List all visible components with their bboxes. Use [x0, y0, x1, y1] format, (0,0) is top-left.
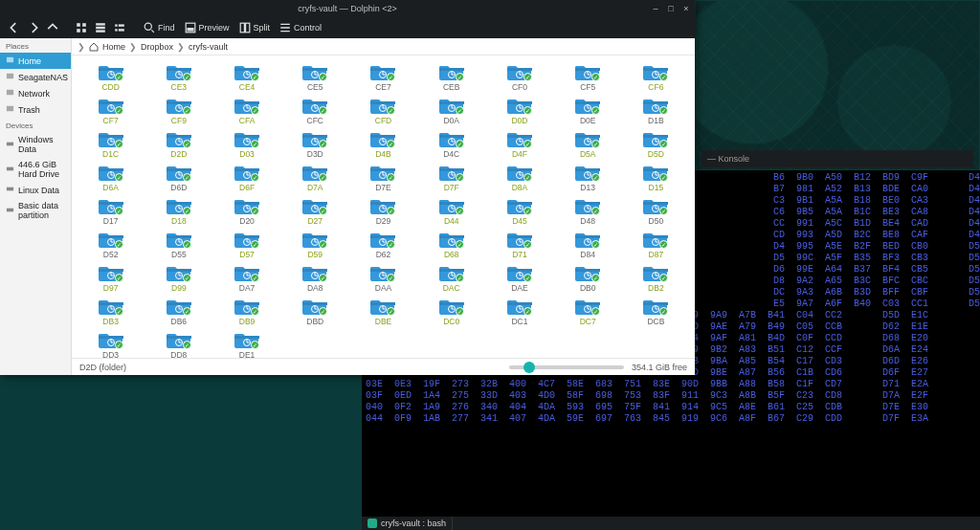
folder-item[interactable]: ✓DE1: [213, 329, 279, 358]
sidebar-place-trash[interactable]: Trash: [0, 101, 71, 118]
folder-item[interactable]: ✓D87: [623, 229, 689, 260]
folder-item[interactable]: ✓D97: [78, 262, 144, 294]
up-button[interactable]: [44, 20, 61, 35]
find-button[interactable]: Find: [140, 20, 179, 35]
folder-item[interactable]: ✓CE3: [145, 61, 212, 93]
folder-item[interactable]: ✓CF6: [623, 61, 689, 93]
folder-item[interactable]: ✓D7A: [282, 162, 348, 193]
folder-item[interactable]: ✓D57: [213, 229, 279, 260]
folder-item[interactable]: ✓D84: [555, 229, 621, 260]
folder-item[interactable]: ✓D8A: [486, 162, 552, 193]
folder-item[interactable]: ✓DA7: [213, 262, 279, 294]
folder-item[interactable]: ✓D6A: [78, 162, 144, 193]
folder-item[interactable]: ✓DA8: [282, 262, 348, 294]
folder-item[interactable]: ✓D20: [213, 195, 279, 227]
sidebar-place-network[interactable]: Network: [0, 85, 71, 101]
folder-item[interactable]: ✓DB0: [555, 262, 621, 294]
folder-item[interactable]: ✓CFA: [213, 95, 279, 126]
preview-button[interactable]: Preview: [181, 20, 234, 35]
folder-item[interactable]: ✓CF9: [145, 95, 212, 126]
titlebar[interactable]: cryfs-vault — Dolphin <2> – □ ×: [0, 0, 695, 17]
icons-view-button[interactable]: [73, 20, 90, 35]
back-button[interactable]: [6, 20, 23, 35]
folder-item[interactable]: ✓D13: [555, 162, 621, 193]
details-view-button[interactable]: [111, 20, 128, 35]
folder-item[interactable]: ✓D45: [486, 195, 552, 227]
split-button[interactable]: Split: [235, 20, 275, 35]
sidebar-device[interactable]: Linux Data: [0, 182, 71, 198]
folder-item[interactable]: ✓CE7: [350, 61, 416, 93]
folder-item[interactable]: ✓DAA: [350, 262, 416, 294]
folder-item[interactable]: ✓DBD: [282, 296, 348, 327]
folder-item[interactable]: ✓CDD: [78, 61, 144, 93]
compact-view-button[interactable]: [92, 20, 109, 35]
folder-item[interactable]: ✓DC0: [418, 296, 484, 327]
folder-item[interactable]: ✓D1C: [78, 128, 144, 160]
folder-item[interactable]: ✓D18: [145, 195, 212, 227]
folder-item[interactable]: ✓D03: [213, 128, 279, 160]
folder-item[interactable]: ✓CFC: [282, 95, 348, 126]
crumb-home[interactable]: Home: [102, 42, 125, 52]
folder-item[interactable]: ✓CEB: [418, 61, 484, 93]
folder-item[interactable]: ✓D4C: [418, 128, 484, 160]
sidebar-place-home[interactable]: Home: [0, 53, 71, 69]
folder-item[interactable]: ✓CF5: [555, 61, 621, 93]
folder-item[interactable]: ✓D1B: [623, 95, 689, 126]
folder-item[interactable]: ✓D44: [418, 195, 484, 227]
close-button[interactable]: ×: [681, 4, 691, 13]
breadcrumb[interactable]: ❯ Home ❯ Dropbox ❯ cryfs-vault: [72, 38, 695, 55]
sidebar-device[interactable]: Windows Data: [0, 132, 71, 157]
folder-item[interactable]: ✓CF7: [78, 95, 144, 126]
folder-item[interactable]: ✓D0A: [418, 95, 484, 126]
folder-item[interactable]: ✓D3D: [282, 128, 348, 160]
folder-item[interactable]: ✓D2D: [145, 128, 212, 160]
folder-item[interactable]: ✓D6F: [213, 162, 279, 193]
folder-item[interactable]: ✓DB3: [78, 296, 144, 327]
folder-item[interactable]: ✓D5D: [623, 128, 689, 160]
folder-item[interactable]: ✓DBE: [350, 296, 416, 327]
folder-item[interactable]: ✓D55: [145, 229, 212, 260]
folder-item[interactable]: ✓DC7: [555, 296, 621, 327]
folder-item[interactable]: ✓DD8: [145, 329, 212, 358]
sidebar-device[interactable]: 446.6 GiB Hard Drive: [0, 157, 71, 182]
folder-item[interactable]: ✓CFD: [350, 95, 416, 126]
folder-item[interactable]: ✓D99: [145, 262, 212, 294]
folder-item[interactable]: ✓D7F: [418, 162, 484, 193]
minimize-button[interactable]: –: [651, 4, 660, 13]
crumb-current[interactable]: cryfs-vault: [189, 42, 228, 52]
folder-item[interactable]: ✓DB6: [145, 296, 212, 327]
folder-item[interactable]: ✓D5A: [555, 128, 621, 160]
folder-item[interactable]: ✓D27: [282, 195, 348, 227]
folder-item[interactable]: ✓D68: [418, 229, 484, 260]
folder-item[interactable]: ✓D50: [623, 195, 689, 227]
sidebar-place-seagatenas[interactable]: SeagateNAS: [0, 69, 71, 85]
folder-item[interactable]: ✓CE4: [213, 61, 279, 93]
folder-item[interactable]: ✓D15: [623, 162, 689, 193]
folder-item[interactable]: ✓D29: [350, 195, 416, 227]
crumb-dropbox[interactable]: Dropbox: [141, 42, 173, 52]
folder-item[interactable]: ✓D17: [78, 195, 144, 227]
folder-item[interactable]: ✓D52: [78, 229, 144, 260]
folder-item[interactable]: ✓D7E: [350, 162, 416, 193]
zoom-slider-thumb[interactable]: [523, 362, 535, 373]
folder-item[interactable]: ✓DCB: [623, 296, 689, 327]
folder-item[interactable]: ✓DAE: [486, 262, 552, 294]
control-button[interactable]: Control: [276, 20, 325, 35]
folder-item[interactable]: ✓D4B: [350, 128, 416, 160]
folder-item[interactable]: ✓CE5: [282, 61, 348, 93]
folder-item[interactable]: ✓DB2: [623, 262, 689, 294]
sidebar-device[interactable]: Basic data partition: [0, 198, 71, 223]
folder-item[interactable]: ✓DD3: [78, 329, 144, 358]
folder-item[interactable]: ✓D59: [282, 229, 348, 260]
maximize-button[interactable]: □: [666, 4, 676, 13]
folder-item[interactable]: ✓D0E: [555, 95, 621, 126]
folder-item[interactable]: ✓D62: [350, 229, 416, 260]
folder-item[interactable]: ✓D6D: [145, 162, 212, 193]
folder-item[interactable]: ✓D48: [555, 195, 621, 227]
folder-item[interactable]: ✓CF0: [486, 61, 552, 93]
taskbar-item[interactable]: cryfs-vault : bash: [362, 517, 453, 530]
folder-item[interactable]: ✓D0D: [486, 95, 552, 126]
folder-item[interactable]: ✓D71: [486, 229, 552, 260]
folder-item[interactable]: ✓D4F: [486, 128, 552, 160]
folder-item[interactable]: ✓DB9: [213, 296, 279, 327]
